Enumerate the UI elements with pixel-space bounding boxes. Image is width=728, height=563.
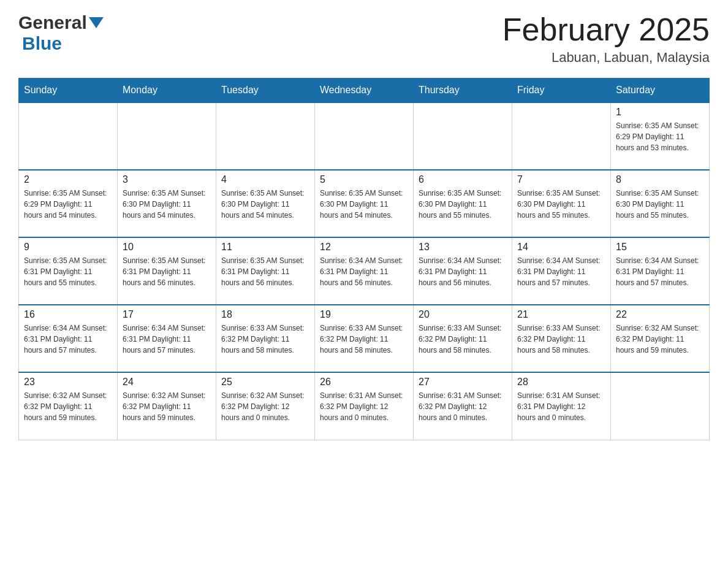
- day-number: 7: [517, 174, 605, 185]
- calendar-cell: 10Sunrise: 6:35 AM Sunset: 6:31 PM Dayli…: [118, 237, 216, 305]
- day-info: Sunrise: 6:35 AM Sunset: 6:30 PM Dayligh…: [517, 188, 605, 221]
- day-info: Sunrise: 6:34 AM Sunset: 6:31 PM Dayligh…: [123, 323, 211, 356]
- calendar-cell: 6Sunrise: 6:35 AM Sunset: 6:30 PM Daylig…: [414, 170, 512, 237]
- calendar-header-thursday: Thursday: [414, 79, 512, 103]
- title-area: February 2025 Labuan, Labuan, Malaysia: [502, 12, 710, 66]
- day-info: Sunrise: 6:35 AM Sunset: 6:29 PM Dayligh…: [24, 188, 112, 221]
- calendar-cell: 26Sunrise: 6:31 AM Sunset: 6:32 PM Dayli…: [315, 372, 414, 440]
- calendar-header-friday: Friday: [512, 79, 611, 103]
- calendar-cell: [414, 102, 512, 170]
- day-number: 10: [123, 242, 211, 253]
- calendar-cell: 16Sunrise: 6:34 AM Sunset: 6:31 PM Dayli…: [19, 305, 118, 372]
- calendar-cell: 17Sunrise: 6:34 AM Sunset: 6:31 PM Dayli…: [118, 305, 216, 372]
- day-info: Sunrise: 6:35 AM Sunset: 6:29 PM Dayligh…: [616, 120, 704, 153]
- day-info: Sunrise: 6:35 AM Sunset: 6:31 PM Dayligh…: [123, 255, 211, 288]
- day-number: 8: [616, 174, 704, 185]
- calendar-cell: 14Sunrise: 6:34 AM Sunset: 6:31 PM Dayli…: [512, 237, 611, 305]
- calendar-cell: [216, 102, 315, 170]
- calendar-cell: 27Sunrise: 6:31 AM Sunset: 6:32 PM Dayli…: [414, 372, 512, 440]
- day-info: Sunrise: 6:34 AM Sunset: 6:31 PM Dayligh…: [616, 255, 704, 288]
- day-number: 20: [419, 309, 507, 320]
- day-number: 27: [419, 377, 507, 388]
- day-number: 17: [123, 309, 211, 320]
- day-number: 2: [24, 174, 112, 185]
- logo-blue-text: Blue: [22, 33, 62, 54]
- day-info: Sunrise: 6:33 AM Sunset: 6:32 PM Dayligh…: [419, 323, 507, 356]
- day-info: Sunrise: 6:34 AM Sunset: 6:31 PM Dayligh…: [320, 255, 408, 288]
- day-info: Sunrise: 6:32 AM Sunset: 6:32 PM Dayligh…: [123, 390, 211, 423]
- logo-general-text: General: [18, 12, 87, 33]
- day-info: Sunrise: 6:33 AM Sunset: 6:32 PM Dayligh…: [221, 323, 309, 356]
- day-info: Sunrise: 6:35 AM Sunset: 6:31 PM Dayligh…: [221, 255, 309, 288]
- day-number: 15: [616, 242, 704, 253]
- day-info: Sunrise: 6:35 AM Sunset: 6:30 PM Dayligh…: [320, 188, 408, 221]
- day-number: 24: [123, 377, 211, 388]
- day-info: Sunrise: 6:31 AM Sunset: 6:32 PM Dayligh…: [320, 390, 408, 423]
- day-number: 28: [517, 377, 605, 388]
- calendar-cell: [512, 102, 611, 170]
- calendar-header-sunday: Sunday: [19, 79, 118, 103]
- day-number: 26: [320, 377, 408, 388]
- day-info: Sunrise: 6:34 AM Sunset: 6:31 PM Dayligh…: [24, 323, 112, 356]
- calendar-cell: 7Sunrise: 6:35 AM Sunset: 6:30 PM Daylig…: [512, 170, 611, 237]
- day-number: 14: [517, 242, 605, 253]
- day-number: 6: [419, 174, 507, 185]
- calendar-cell: 24Sunrise: 6:32 AM Sunset: 6:32 PM Dayli…: [118, 372, 216, 440]
- calendar-table: SundayMondayTuesdayWednesdayThursdayFrid…: [18, 78, 710, 440]
- day-info: Sunrise: 6:34 AM Sunset: 6:31 PM Dayligh…: [517, 255, 605, 288]
- day-number: 13: [419, 242, 507, 253]
- day-info: Sunrise: 6:35 AM Sunset: 6:30 PM Dayligh…: [123, 188, 211, 221]
- logo: General Blue: [18, 12, 104, 54]
- calendar-header-wednesday: Wednesday: [315, 79, 414, 103]
- day-info: Sunrise: 6:33 AM Sunset: 6:32 PM Dayligh…: [517, 323, 605, 356]
- day-info: Sunrise: 6:35 AM Sunset: 6:30 PM Dayligh…: [221, 188, 309, 221]
- day-number: 1: [616, 107, 704, 118]
- calendar-week-row: 1Sunrise: 6:35 AM Sunset: 6:29 PM Daylig…: [19, 102, 710, 170]
- day-info: Sunrise: 6:35 AM Sunset: 6:30 PM Dayligh…: [419, 188, 507, 221]
- calendar-cell: 11Sunrise: 6:35 AM Sunset: 6:31 PM Dayli…: [216, 237, 315, 305]
- calendar-week-row: 9Sunrise: 6:35 AM Sunset: 6:31 PM Daylig…: [19, 237, 710, 305]
- day-info: Sunrise: 6:33 AM Sunset: 6:32 PM Dayligh…: [320, 323, 408, 356]
- calendar-cell: [118, 102, 216, 170]
- calendar-cell: 12Sunrise: 6:34 AM Sunset: 6:31 PM Dayli…: [315, 237, 414, 305]
- day-number: 9: [24, 242, 112, 253]
- calendar-cell: 15Sunrise: 6:34 AM Sunset: 6:31 PM Dayli…: [611, 237, 710, 305]
- day-info: Sunrise: 6:31 AM Sunset: 6:31 PM Dayligh…: [517, 390, 605, 423]
- day-info: Sunrise: 6:32 AM Sunset: 6:32 PM Dayligh…: [616, 323, 704, 356]
- calendar-cell: 1Sunrise: 6:35 AM Sunset: 6:29 PM Daylig…: [611, 102, 710, 170]
- calendar-week-row: 16Sunrise: 6:34 AM Sunset: 6:31 PM Dayli…: [19, 305, 710, 372]
- day-info: Sunrise: 6:34 AM Sunset: 6:31 PM Dayligh…: [419, 255, 507, 288]
- calendar-header-saturday: Saturday: [611, 79, 710, 103]
- location-subtitle: Labuan, Labuan, Malaysia: [502, 50, 710, 66]
- calendar-cell: 23Sunrise: 6:32 AM Sunset: 6:32 PM Dayli…: [19, 372, 118, 440]
- day-number: 25: [221, 377, 309, 388]
- month-title: February 2025: [502, 12, 710, 47]
- calendar-week-row: 23Sunrise: 6:32 AM Sunset: 6:32 PM Dayli…: [19, 372, 710, 440]
- calendar-cell: 18Sunrise: 6:33 AM Sunset: 6:32 PM Dayli…: [216, 305, 315, 372]
- day-number: 23: [24, 377, 112, 388]
- calendar-cell: [315, 102, 414, 170]
- logo-triangle-icon: [89, 17, 104, 28]
- calendar-cell: 2Sunrise: 6:35 AM Sunset: 6:29 PM Daylig…: [19, 170, 118, 237]
- calendar-cell: 20Sunrise: 6:33 AM Sunset: 6:32 PM Dayli…: [414, 305, 512, 372]
- day-number: 5: [320, 174, 408, 185]
- calendar-cell: 19Sunrise: 6:33 AM Sunset: 6:32 PM Dayli…: [315, 305, 414, 372]
- calendar-header-row: SundayMondayTuesdayWednesdayThursdayFrid…: [19, 79, 710, 103]
- calendar-cell: 9Sunrise: 6:35 AM Sunset: 6:31 PM Daylig…: [19, 237, 118, 305]
- calendar-cell: 25Sunrise: 6:32 AM Sunset: 6:32 PM Dayli…: [216, 372, 315, 440]
- calendar-cell: [611, 372, 710, 440]
- calendar-cell: 4Sunrise: 6:35 AM Sunset: 6:30 PM Daylig…: [216, 170, 315, 237]
- day-info: Sunrise: 6:35 AM Sunset: 6:31 PM Dayligh…: [24, 255, 112, 288]
- day-number: 18: [221, 309, 309, 320]
- day-number: 11: [221, 242, 309, 253]
- calendar-week-row: 2Sunrise: 6:35 AM Sunset: 6:29 PM Daylig…: [19, 170, 710, 237]
- calendar-header-monday: Monday: [118, 79, 216, 103]
- calendar-cell: 3Sunrise: 6:35 AM Sunset: 6:30 PM Daylig…: [118, 170, 216, 237]
- day-number: 12: [320, 242, 408, 253]
- day-info: Sunrise: 6:32 AM Sunset: 6:32 PM Dayligh…: [24, 390, 112, 423]
- calendar-cell: 8Sunrise: 6:35 AM Sunset: 6:30 PM Daylig…: [611, 170, 710, 237]
- calendar-cell: 21Sunrise: 6:33 AM Sunset: 6:32 PM Dayli…: [512, 305, 611, 372]
- calendar-cell: 22Sunrise: 6:32 AM Sunset: 6:32 PM Dayli…: [611, 305, 710, 372]
- day-number: 22: [616, 309, 704, 320]
- day-number: 19: [320, 309, 408, 320]
